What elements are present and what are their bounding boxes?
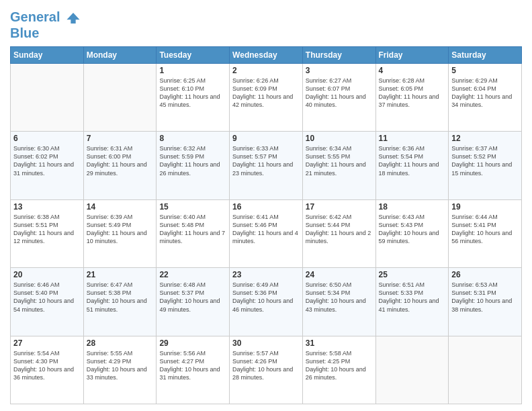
- day-number: 3: [306, 66, 373, 75]
- day-number: 1: [159, 66, 226, 75]
- day-info: Sunrise: 6:36 AMSunset: 5:54 PMDaylight:…: [379, 144, 446, 177]
- day-number: 17: [306, 202, 373, 212]
- day-number: 6: [13, 134, 81, 143]
- day-info: Sunrise: 5:57 AMSunset: 4:26 PMDaylight:…: [232, 349, 300, 382]
- calendar-cell: 15Sunrise: 6:40 AMSunset: 5:48 PMDayligh…: [157, 199, 230, 267]
- calendar-cell: 9Sunrise: 6:33 AMSunset: 5:57 PMDaylight…: [230, 132, 303, 199]
- day-number: 18: [379, 202, 446, 212]
- weekday-header: Monday: [83, 46, 157, 63]
- day-info: Sunrise: 6:40 AMSunset: 5:48 PMDaylight:…: [159, 213, 226, 246]
- calendar-cell: 23Sunrise: 6:49 AMSunset: 5:36 PMDayligh…: [230, 268, 303, 336]
- day-number: 15: [159, 202, 226, 212]
- day-number: 21: [87, 270, 154, 279]
- calendar-cell: 4Sunrise: 6:28 AMSunset: 6:05 PMDaylight…: [375, 63, 449, 131]
- day-info: Sunrise: 6:48 AMSunset: 5:37 PMDaylight:…: [159, 281, 226, 314]
- day-info: Sunrise: 6:44 AMSunset: 5:41 PMDaylight:…: [451, 213, 519, 246]
- calendar-cell: [449, 336, 522, 404]
- day-number: 22: [159, 270, 226, 279]
- calendar-cell: 8Sunrise: 6:32 AMSunset: 5:59 PMDaylight…: [157, 132, 230, 199]
- day-info: Sunrise: 6:33 AMSunset: 5:57 PMDaylight:…: [232, 144, 300, 177]
- day-number: 9: [232, 134, 300, 143]
- calendar-cell: 11Sunrise: 6:36 AMSunset: 5:54 PMDayligh…: [375, 132, 449, 199]
- weekday-header: Saturday: [449, 46, 522, 63]
- day-info: Sunrise: 6:32 AMSunset: 5:59 PMDaylight:…: [159, 144, 226, 177]
- day-info: Sunrise: 6:27 AMSunset: 6:07 PMDaylight:…: [306, 77, 373, 109]
- day-info: Sunrise: 6:46 AMSunset: 5:40 PMDaylight:…: [13, 281, 81, 314]
- day-number: 11: [379, 134, 446, 143]
- calendar-cell: 31Sunrise: 5:58 AMSunset: 4:25 PMDayligh…: [302, 336, 375, 404]
- header: General Blue: [10, 7, 522, 41]
- calendar-cell: 24Sunrise: 6:50 AMSunset: 5:34 PMDayligh…: [302, 268, 375, 336]
- calendar-cell: [83, 63, 157, 131]
- day-info: Sunrise: 6:25 AMSunset: 6:10 PMDaylight:…: [159, 77, 226, 109]
- svg-marker-0: [67, 13, 80, 24]
- calendar-cell: 22Sunrise: 6:48 AMSunset: 5:37 PMDayligh…: [157, 268, 230, 336]
- logo: General Blue: [10, 9, 81, 41]
- day-number: 31: [306, 338, 373, 348]
- calendar-cell: 14Sunrise: 6:39 AMSunset: 5:49 PMDayligh…: [83, 199, 157, 267]
- day-number: 5: [451, 66, 519, 75]
- day-info: Sunrise: 5:54 AMSunset: 4:30 PMDaylight:…: [13, 349, 81, 382]
- day-info: Sunrise: 6:53 AMSunset: 5:31 PMDaylight:…: [451, 281, 519, 314]
- day-number: 8: [159, 134, 226, 143]
- day-info: Sunrise: 6:31 AMSunset: 6:00 PMDaylight:…: [87, 144, 154, 177]
- calendar-cell: 28Sunrise: 5:55 AMSunset: 4:29 PMDayligh…: [83, 336, 157, 404]
- calendar-cell: 7Sunrise: 6:31 AMSunset: 6:00 PMDaylight…: [83, 132, 157, 199]
- calendar-cell: [11, 63, 84, 131]
- day-info: Sunrise: 6:30 AMSunset: 6:02 PMDaylight:…: [13, 144, 81, 177]
- calendar-cell: 19Sunrise: 6:44 AMSunset: 5:41 PMDayligh…: [449, 199, 522, 267]
- day-info: Sunrise: 5:56 AMSunset: 4:27 PMDaylight:…: [159, 349, 226, 382]
- day-number: 23: [232, 270, 300, 279]
- weekday-header: Friday: [375, 46, 449, 63]
- calendar-cell: 3Sunrise: 6:27 AMSunset: 6:07 PMDaylight…: [302, 63, 375, 131]
- day-number: 28: [87, 338, 154, 348]
- calendar-cell: 10Sunrise: 6:34 AMSunset: 5:55 PMDayligh…: [302, 132, 375, 199]
- calendar-cell: [375, 336, 449, 404]
- calendar-cell: 25Sunrise: 6:51 AMSunset: 5:33 PMDayligh…: [375, 268, 449, 336]
- logo-subtext: Blue: [10, 26, 81, 41]
- logo-text: General: [10, 9, 81, 26]
- day-info: Sunrise: 6:41 AMSunset: 5:46 PMDaylight:…: [232, 213, 300, 246]
- day-number: 16: [232, 202, 300, 212]
- day-number: 20: [13, 270, 81, 279]
- calendar-cell: 30Sunrise: 5:57 AMSunset: 4:26 PMDayligh…: [230, 336, 303, 404]
- calendar-cell: 29Sunrise: 5:56 AMSunset: 4:27 PMDayligh…: [157, 336, 230, 404]
- day-info: Sunrise: 6:29 AMSunset: 6:04 PMDaylight:…: [451, 77, 519, 109]
- day-info: Sunrise: 6:37 AMSunset: 5:52 PMDaylight:…: [451, 144, 519, 177]
- day-info: Sunrise: 6:43 AMSunset: 5:43 PMDaylight:…: [379, 213, 446, 246]
- weekday-header: Tuesday: [157, 46, 230, 63]
- calendar-cell: 5Sunrise: 6:29 AMSunset: 6:04 PMDaylight…: [449, 63, 522, 131]
- calendar-cell: 20Sunrise: 6:46 AMSunset: 5:40 PMDayligh…: [11, 268, 84, 336]
- day-number: 30: [232, 338, 300, 348]
- day-info: Sunrise: 6:28 AMSunset: 6:05 PMDaylight:…: [379, 77, 446, 109]
- calendar-cell: 18Sunrise: 6:43 AMSunset: 5:43 PMDayligh…: [375, 199, 449, 267]
- day-number: 10: [306, 134, 373, 143]
- day-number: 25: [379, 270, 446, 279]
- day-number: 27: [13, 338, 81, 348]
- weekday-header: Thursday: [302, 46, 375, 63]
- calendar-cell: 12Sunrise: 6:37 AMSunset: 5:52 PMDayligh…: [449, 132, 522, 199]
- calendar-cell: 2Sunrise: 6:26 AMSunset: 6:09 PMDaylight…: [230, 63, 303, 131]
- day-number: 14: [87, 202, 154, 212]
- calendar-cell: 27Sunrise: 5:54 AMSunset: 4:30 PMDayligh…: [11, 336, 84, 404]
- day-info: Sunrise: 6:42 AMSunset: 5:44 PMDaylight:…: [306, 213, 373, 246]
- day-number: 29: [159, 338, 226, 348]
- day-number: 19: [451, 202, 519, 212]
- day-info: Sunrise: 6:51 AMSunset: 5:33 PMDaylight:…: [379, 281, 446, 314]
- day-info: Sunrise: 6:38 AMSunset: 5:51 PMDaylight:…: [13, 213, 81, 246]
- day-number: 2: [232, 66, 300, 75]
- calendar-cell: 1Sunrise: 6:25 AMSunset: 6:10 PMDaylight…: [157, 63, 230, 131]
- calendar-cell: 21Sunrise: 6:47 AMSunset: 5:38 PMDayligh…: [83, 268, 157, 336]
- calendar-cell: 6Sunrise: 6:30 AMSunset: 6:02 PMDaylight…: [11, 132, 84, 199]
- day-info: Sunrise: 5:55 AMSunset: 4:29 PMDaylight:…: [87, 349, 154, 382]
- day-number: 26: [451, 270, 519, 279]
- calendar-cell: 13Sunrise: 6:38 AMSunset: 5:51 PMDayligh…: [11, 199, 84, 267]
- day-info: Sunrise: 6:47 AMSunset: 5:38 PMDaylight:…: [87, 281, 154, 314]
- day-info: Sunrise: 6:34 AMSunset: 5:55 PMDaylight:…: [306, 144, 373, 177]
- weekday-header: Sunday: [11, 46, 84, 63]
- day-number: 24: [306, 270, 373, 279]
- page: General Blue SundayMondayTuesdayWednesda…: [0, 0, 532, 411]
- calendar-cell: 17Sunrise: 6:42 AMSunset: 5:44 PMDayligh…: [302, 199, 375, 267]
- day-number: 13: [13, 202, 81, 212]
- day-info: Sunrise: 6:50 AMSunset: 5:34 PMDaylight:…: [306, 281, 373, 314]
